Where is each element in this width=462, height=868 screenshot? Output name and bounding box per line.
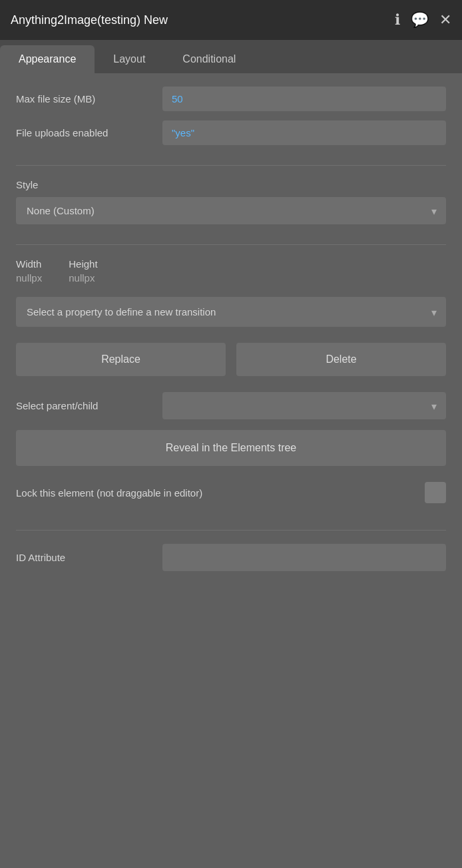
file-uploads-row: File uploads enabled <box>16 120 446 145</box>
width-col: Width nullpx <box>16 258 42 284</box>
divider-2 <box>16 244 446 245</box>
lock-checkbox[interactable] <box>425 482 446 503</box>
replace-button[interactable]: Replace <box>16 343 226 376</box>
lock-label: Lock this element (not draggable in edit… <box>16 487 202 499</box>
action-buttons-row: Replace Delete <box>16 343 446 376</box>
file-uploads-input[interactable] <box>162 120 446 145</box>
parent-child-label: Select parent/child <box>16 400 162 411</box>
width-label: Width <box>16 258 42 270</box>
style-dropdown-wrapper: None (Custom) Default Custom ▾ <box>16 197 446 224</box>
tab-appearance[interactable]: Appearance <box>0 45 95 73</box>
divider-1 <box>16 165 446 166</box>
titlebar-icons: ℹ 💬 ✕ <box>395 11 451 29</box>
reveal-button[interactable]: Reveal in the Elements tree <box>16 430 446 466</box>
content-area: Max file size (MB) File uploads enabled … <box>0 73 462 868</box>
lock-row: Lock this element (not draggable in edit… <box>16 482 446 503</box>
max-file-size-row: Max file size (MB) <box>16 87 446 111</box>
tabs-bar: Appearance Layout Conditional <box>0 40 462 73</box>
parent-child-select-wrapper: ▾ <box>162 392 446 419</box>
height-label: Height <box>69 258 97 270</box>
width-value: nullpx <box>16 272 42 284</box>
info-icon[interactable]: ℹ <box>395 11 400 29</box>
tab-conditional[interactable]: Conditional <box>164 45 254 73</box>
delete-button[interactable]: Delete <box>236 343 446 376</box>
file-uploads-label: File uploads enabled <box>16 127 162 138</box>
style-section-label: Style <box>16 179 446 190</box>
window-title: Anything2Image(testing) New <box>11 13 168 27</box>
max-file-size-label: Max file size (MB) <box>16 93 162 105</box>
id-attribute-input[interactable] <box>162 544 446 571</box>
height-col: Height nullpx <box>69 258 97 284</box>
id-attribute-row: ID Attribute <box>16 544 446 571</box>
height-value: nullpx <box>69 272 97 284</box>
parent-child-row: Select parent/child ▾ <box>16 392 446 419</box>
tab-layout[interactable]: Layout <box>95 45 164 73</box>
window: Anything2Image(testing) New ℹ 💬 ✕ Appear… <box>0 0 462 868</box>
dimensions-row: Width nullpx Height nullpx <box>16 258 446 284</box>
divider-3 <box>16 530 446 531</box>
transition-dropdown[interactable]: Select a property to define a new transi… <box>16 297 446 327</box>
close-icon[interactable]: ✕ <box>439 11 451 29</box>
max-file-size-input[interactable] <box>162 87 446 111</box>
chat-icon[interactable]: 💬 <box>411 11 429 29</box>
titlebar: Anything2Image(testing) New ℹ 💬 ✕ <box>0 0 462 40</box>
parent-child-dropdown[interactable] <box>162 392 446 419</box>
transition-dropdown-wrapper: Select a property to define a new transi… <box>16 297 446 327</box>
id-attribute-label: ID Attribute <box>16 552 162 563</box>
style-dropdown[interactable]: None (Custom) Default Custom <box>16 197 446 224</box>
